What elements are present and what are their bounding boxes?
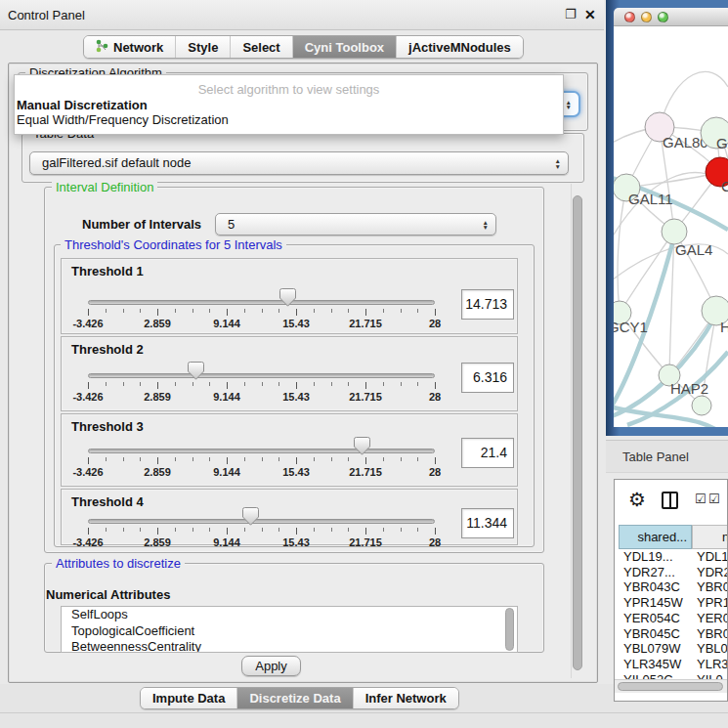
tick-mark bbox=[383, 309, 384, 313]
tick-mark bbox=[140, 309, 141, 313]
tab-label: Discretize Data bbox=[249, 691, 340, 706]
table-row[interactable]: YDR27...YDR2 bbox=[615, 565, 728, 580]
control-panel-titlebar: Control Panel ❐ ✕ bbox=[0, 0, 604, 30]
tab-label: Impute Data bbox=[152, 691, 225, 706]
tick-label: 2.859 bbox=[126, 391, 189, 403]
slider-handle[interactable] bbox=[242, 507, 259, 526]
minimize-light-icon[interactable] bbox=[641, 12, 652, 22]
table-row[interactable]: YLR345WYLR3 bbox=[615, 657, 728, 672]
dropdown-options: Manual DiscretizationEqual Width/Frequen… bbox=[15, 98, 563, 128]
gear-icon[interactable]: ⚙ bbox=[628, 488, 646, 511]
table-row[interactable]: YDL19...YDL1 bbox=[615, 549, 728, 565]
threshold-label: Threshold 3 bbox=[71, 419, 144, 434]
tick-mark bbox=[227, 528, 228, 535]
checkbox-filter-icon[interactable]: ☑ bbox=[708, 492, 720, 506]
threshold-panel: Threshold 2-3.4262.8599.14415.4321.71528… bbox=[61, 336, 518, 411]
table-rows: YDL19...YDL1YDR27...YDR2YBR043CYBR0YPR14… bbox=[615, 549, 728, 679]
slider-handle[interactable] bbox=[279, 288, 296, 307]
tick-label: 28 bbox=[404, 466, 466, 478]
node-label: HAP2 bbox=[670, 380, 708, 397]
table-row[interactable]: YIL052CYIL0 bbox=[615, 672, 728, 679]
tick-label: 2.859 bbox=[126, 536, 189, 548]
cell-shared-name: YBL079W bbox=[623, 641, 681, 656]
tick-mark bbox=[209, 528, 210, 532]
slider-track[interactable] bbox=[88, 449, 435, 453]
cell-name: YBR0 bbox=[697, 626, 728, 641]
table-row[interactable]: YBR043CYBR0 bbox=[615, 579, 728, 595]
table-row[interactable]: YBL079WYBL0 bbox=[615, 641, 728, 657]
tick-mark bbox=[296, 528, 297, 535]
slider-track[interactable] bbox=[88, 373, 435, 378]
table-row[interactable]: YBR045CYBR0 bbox=[615, 626, 728, 642]
table-hscrollbar-track[interactable] bbox=[615, 679, 728, 693]
slider-track[interactable] bbox=[88, 300, 435, 305]
float-window-icon[interactable]: ❐ bbox=[565, 7, 577, 21]
tick-mark bbox=[348, 382, 349, 386]
slider-track[interactable] bbox=[88, 519, 435, 524]
slider-handle[interactable] bbox=[354, 437, 370, 455]
tick-label: -3.426 bbox=[57, 391, 119, 403]
columns-icon[interactable] bbox=[662, 492, 678, 509]
threshold-panel: Threshold 3-3.4262.8599.14415.4321.71528… bbox=[61, 413, 518, 487]
tick-mark bbox=[278, 457, 279, 461]
tab-network[interactable]: Network bbox=[84, 36, 176, 58]
close-light-icon[interactable] bbox=[624, 12, 635, 22]
table-data-select[interactable]: galFiltered.sif default node ▲▼ bbox=[29, 151, 569, 175]
algorithm-option[interactable]: Equal Width/Frequency Discretization bbox=[15, 112, 563, 128]
attribute-item[interactable]: BetweennessCentrality bbox=[62, 639, 517, 653]
threshold-value-field[interactable]: 11.344 bbox=[461, 508, 514, 538]
tick-mark bbox=[88, 382, 89, 389]
threshold-value-field[interactable]: 6.316 bbox=[461, 363, 514, 393]
tab-cyni-toolbox[interactable]: Cyni Toolbox bbox=[293, 36, 397, 58]
table-row[interactable]: YPR145WYPR1 bbox=[615, 595, 728, 611]
table-hscrollbar-thumb[interactable] bbox=[618, 682, 723, 691]
stepper-icon[interactable]: ▲▼ bbox=[566, 99, 572, 109]
cyni-mode-tab-bar: Impute DataDiscretize DataInfer Network bbox=[140, 687, 459, 709]
column-header[interactable]: shared... bbox=[619, 525, 692, 549]
tick-mark bbox=[175, 457, 176, 461]
stepper-icon[interactable]: ▲▼ bbox=[483, 219, 489, 230]
tick-mark bbox=[435, 528, 436, 535]
cell-shared-name: YIL052C bbox=[623, 672, 673, 679]
table-row[interactable]: YER054CYER0 bbox=[615, 611, 728, 626]
tab-select[interactable]: Select bbox=[231, 36, 292, 58]
threshold-value-field[interactable]: 21.4 bbox=[461, 438, 514, 468]
network-canvas[interactable]: GAL80GACGAL11GAL4GCY1HHAP2 bbox=[614, 26, 728, 427]
algorithm-option[interactable]: Manual Discretization bbox=[15, 98, 563, 113]
tick-mark bbox=[314, 382, 315, 386]
tick-mark bbox=[175, 382, 176, 386]
close-icon[interactable]: ✕ bbox=[584, 7, 596, 22]
attribute-item[interactable]: SelfLoops bbox=[62, 607, 517, 623]
tab-style[interactable]: Style bbox=[176, 36, 231, 58]
attributes-group-label: Attributes to discretize bbox=[52, 557, 185, 570]
tick-mark bbox=[244, 309, 245, 313]
tick-mark bbox=[193, 457, 193, 461]
zoom-light-icon[interactable] bbox=[658, 12, 668, 22]
tick-label: 28 bbox=[404, 318, 466, 329]
tick-mark bbox=[123, 382, 124, 386]
list-scrollbar-thumb[interactable] bbox=[505, 608, 514, 651]
numerical-attributes-list[interactable]: SelfLoopsTopologicalCoefficientBetweenne… bbox=[61, 606, 518, 653]
thresholds-group-label: Threshold's Coordinates for 5 Intervals bbox=[61, 238, 286, 251]
cell-shared-name: YDR27... bbox=[623, 565, 675, 579]
tab-discretize-data[interactable]: Discretize Data bbox=[237, 688, 353, 708]
slider-handle[interactable] bbox=[188, 362, 204, 380]
tab-label: Cyni Toolbox bbox=[305, 40, 384, 55]
tab-infer-network[interactable]: Infer Network bbox=[354, 688, 458, 708]
tab-label: jActiveMNodules bbox=[408, 40, 511, 55]
column-header[interactable]: n bbox=[692, 525, 728, 549]
threshold-value-field[interactable]: 14.713 bbox=[461, 289, 514, 320]
checkbox-filter-icon[interactable]: ☑ bbox=[695, 492, 707, 506]
tick-label: 15.43 bbox=[265, 466, 327, 478]
number-of-intervals-select[interactable]: 5 ▲▼ bbox=[215, 213, 496, 236]
tick-mark bbox=[140, 457, 141, 461]
tab-impute-data[interactable]: Impute Data bbox=[141, 688, 237, 708]
stepper-icon[interactable]: ▲▼ bbox=[555, 158, 561, 169]
network-node[interactable] bbox=[692, 396, 711, 415]
attribute-item[interactable]: TopologicalCoefficient bbox=[62, 623, 517, 640]
tick-mark bbox=[106, 309, 107, 313]
panel-scrollbar-thumb[interactable] bbox=[573, 195, 582, 670]
apply-button[interactable]: Apply bbox=[241, 656, 301, 676]
tab-jactivemnodules[interactable]: jActiveMNodules bbox=[397, 36, 523, 58]
tick-label: -3.426 bbox=[57, 536, 119, 548]
